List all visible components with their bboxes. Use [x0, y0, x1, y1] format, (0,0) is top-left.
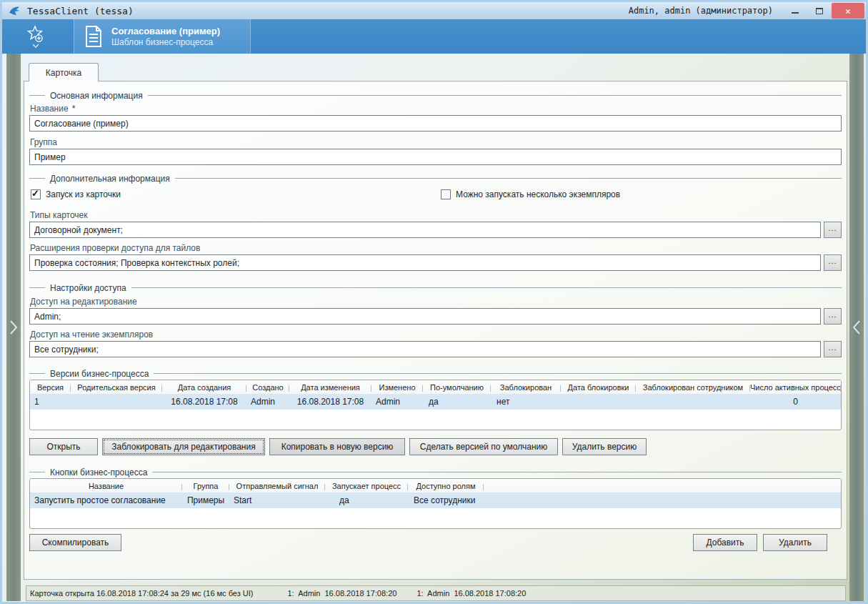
ellipsis-icon: ...: [828, 225, 837, 231]
ellipsis-icon: ...: [828, 345, 837, 350]
card-types-label: Типы карточек: [30, 210, 842, 220]
compile-button[interactable]: Скомпилировать: [29, 534, 121, 551]
status-modified-info: 1: Admin 16.08.2018 17:08:20: [416, 589, 526, 598]
card-title: Согласование (пример): [111, 26, 220, 37]
section-versions-title: Версии бизнес-процесса: [50, 369, 149, 379]
process-buttons-table-row[interactable]: Запустить простое согласование Примеры S…: [30, 492, 841, 508]
launch-from-card-checkbox[interactable]: ✓ Запуск из карточки: [31, 189, 121, 199]
make-default-version-button[interactable]: Сделать версией по умолчанию: [409, 438, 558, 455]
tab-card-label: Карточка: [46, 68, 81, 78]
tab-card[interactable]: Карточка: [29, 63, 99, 81]
ellipsis-icon: ...: [828, 312, 837, 317]
col-available-roles[interactable]: Доступно ролям: [408, 482, 484, 490]
ellipsis-icon: ...: [828, 258, 837, 264]
section-access-title: Настройки доступа: [50, 283, 126, 293]
app-window: TessaClient (tessa) Admin, admin (админи…: [0, 0, 868, 604]
maximize-button[interactable]: [807, 4, 832, 18]
minimize-button[interactable]: [783, 4, 807, 18]
checkbox-box[interactable]: ✓: [441, 189, 451, 199]
col-lock-date[interactable]: Дата блокировки: [561, 383, 636, 392]
lock-for-edit-button[interactable]: Заблокировать для редактирования: [102, 438, 265, 455]
section-access: Настройки доступа: [29, 282, 842, 293]
tile-extensions-browse-button[interactable]: ...: [824, 254, 842, 271]
check-icon: ✓: [31, 188, 39, 199]
col-locked-by[interactable]: Заблокирован сотрудником: [636, 383, 750, 392]
read-access-label: Доступ на чтение экземпляров: [30, 330, 842, 340]
versions-table: Версия Родительская версия Дата создания…: [29, 380, 842, 430]
add-favorite-button[interactable]: [12, 19, 59, 54]
section-process-buttons: Кнопки бизнес-процесса: [29, 467, 842, 477]
multiple-instances-label: Можно запускать несколько экземпляров: [456, 189, 620, 199]
tile-extensions-label: Расширения проверки доступа для тайлов: [30, 243, 842, 253]
process-buttons-table-header: Название Группа Отправляемый сигнал Запу…: [30, 479, 841, 492]
right-panel-splitter[interactable]: [849, 54, 864, 601]
add-button[interactable]: Добавить: [693, 534, 757, 551]
col-button-group[interactable]: Группа: [182, 482, 229, 490]
checkbox-row: ✓ Запуск из карточки ✓ Можно запускать н…: [31, 189, 842, 202]
card-types-browse-button[interactable]: ...: [824, 222, 842, 238]
name-label: Название*: [30, 104, 842, 114]
multiple-instances-checkbox[interactable]: ✓ Можно запускать несколько экземпляров: [441, 189, 620, 199]
section-main-info: Основная информация: [29, 90, 842, 101]
name-input[interactable]: Согласование (пример): [29, 115, 842, 132]
version-actions: Открыть Заблокировать для редактирования…: [29, 438, 842, 455]
tile-extensions-input[interactable]: Проверка состояния; Проверка контекстных…: [29, 254, 821, 271]
group-input[interactable]: Пример: [29, 149, 842, 165]
checkbox-box[interactable]: ✓: [31, 189, 41, 199]
close-button[interactable]: ✕: [832, 3, 864, 19]
edit-access-input[interactable]: Admin;: [29, 308, 821, 325]
status-message: Карточка открыта 16.08.2018 17:08:24 за …: [30, 589, 254, 598]
tessa-logo-icon: [9, 5, 21, 16]
col-created-date[interactable]: Дата создания: [162, 383, 246, 392]
col-modified-by[interactable]: Изменено: [371, 383, 423, 392]
col-starts-process[interactable]: Запускает процесс: [325, 482, 408, 490]
close-icon: ✕: [845, 6, 851, 16]
col-parent-version[interactable]: Родительская версия: [71, 383, 162, 392]
read-access-browse-button[interactable]: ...: [824, 341, 842, 357]
required-asterisk: *: [72, 104, 76, 114]
col-locked[interactable]: Заблокирован: [491, 383, 561, 392]
app-title: TessaClient (tessa): [27, 6, 134, 16]
col-modified-date[interactable]: Дата изменения: [289, 383, 371, 392]
minimize-icon: [792, 12, 799, 14]
col-active-count[interactable]: Число активных процессов: [750, 383, 841, 392]
document-icon: [84, 25, 103, 48]
copy-to-new-version-button[interactable]: Копировать в новую версию: [269, 438, 405, 455]
active-card-tab[interactable]: Согласование (пример) Шаблон бизнес-проц…: [74, 19, 251, 54]
maximize-icon: [816, 8, 823, 14]
card-types-input[interactable]: Договорной документ;: [29, 222, 821, 238]
edit-access-browse-button[interactable]: ...: [824, 308, 842, 325]
chevron-left-icon: [852, 320, 861, 335]
section-additional-info: Дополнительная информация: [29, 173, 842, 184]
open-version-button[interactable]: Открыть: [29, 438, 98, 455]
versions-table-row[interactable]: 1 16.08.2018 17:08 Admin 16.08.2018 17:0…: [30, 394, 841, 410]
col-version[interactable]: Версия: [30, 383, 71, 392]
bottom-actions: Скомпилировать Добавить Удалить: [29, 534, 842, 551]
section-process-buttons-title: Кнопки бизнес-процесса: [50, 467, 147, 477]
ribbon: Согласование (пример) Шаблон бизнес-проц…: [2, 19, 866, 54]
card-subtitle: Шаблон бизнес-процесса: [111, 37, 220, 48]
title-bar: TessaClient (tessa) Admin, admin (админи…: [2, 2, 866, 19]
col-default[interactable]: По-умолчанию: [423, 383, 491, 392]
col-created-by[interactable]: Создано: [246, 383, 289, 392]
left-panel-splitter[interactable]: [6, 54, 21, 601]
col-button-name[interactable]: Название: [30, 482, 182, 490]
section-versions: Версии бизнес-процесса: [29, 368, 842, 379]
status-created-info: 1: Admin 16.08.2018 17:08:20: [288, 589, 397, 598]
chevron-down-icon: [32, 44, 39, 48]
group-label: Группа: [30, 137, 842, 147]
col-signal[interactable]: Отправляемый сигнал: [229, 482, 325, 490]
read-access-input[interactable]: Все сотрудники;: [29, 341, 821, 357]
launch-from-card-label: Запуск из карточки: [46, 189, 121, 199]
card-form-panel: Основная информация Название* Согласован…: [24, 81, 847, 580]
section-additional-info-title: Дополнительная информация: [50, 174, 170, 184]
delete-button[interactable]: Удалить: [763, 534, 827, 551]
chevron-right-icon: [9, 320, 18, 335]
process-buttons-table: Название Группа Отправляемый сигнал Запу…: [29, 478, 842, 529]
star-plus-icon: [26, 25, 45, 44]
current-user: Admin, admin (администратор): [629, 6, 773, 16]
status-bar: Карточка открыта 16.08.2018 17:08:24 за …: [26, 585, 846, 601]
delete-version-button[interactable]: Удалить версию: [562, 438, 647, 455]
edit-access-label: Доступ на редактирование: [30, 297, 842, 307]
versions-table-header: Версия Родительская версия Дата создания…: [30, 380, 841, 394]
